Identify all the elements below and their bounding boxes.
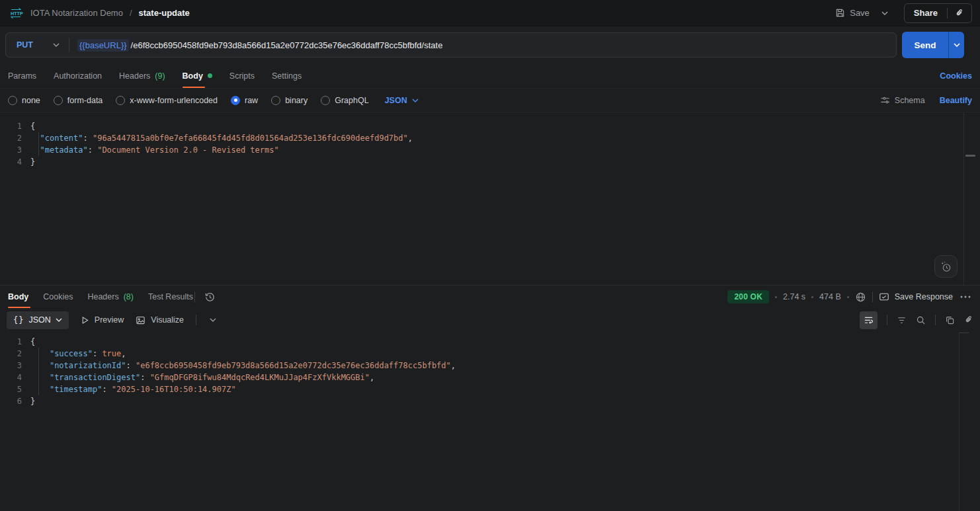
chevron-down-icon: [53, 43, 60, 47]
schema-button[interactable]: Schema: [880, 95, 925, 105]
url-variable-chip[interactable]: {{baseURL}}: [77, 39, 129, 52]
search-button[interactable]: [916, 315, 926, 325]
wrap-text-icon: [864, 315, 874, 325]
preview-button[interactable]: Preview: [81, 315, 124, 325]
raw-language-label: JSON: [385, 96, 407, 105]
body-type-binary[interactable]: binary: [271, 96, 307, 105]
postbot-button[interactable]: [934, 255, 958, 278]
request-body-code: 1{2 "content": "96a5447815a0bf0e7efa6684…: [0, 120, 980, 168]
code-line: 1{: [0, 120, 980, 132]
share-button-group: Share: [904, 3, 972, 23]
topbar-actions: Save Share: [834, 3, 972, 23]
response-tab-headers[interactable]: Headers(8): [87, 286, 134, 308]
divider: [196, 315, 196, 325]
response-format-label: JSON: [28, 315, 50, 325]
tab-label: Body: [183, 71, 203, 81]
divider: [935, 315, 936, 325]
more-options-button[interactable]: [959, 294, 972, 299]
svg-text:HTTP: HTTP: [11, 10, 23, 16]
request-tabs: Params Authorization Headers(9) Body Scr…: [8, 63, 302, 88]
save-response-button[interactable]: Save Response: [879, 292, 953, 302]
tab-label: Settings: [272, 71, 302, 81]
visualize-button[interactable]: Visualize: [136, 315, 184, 325]
radio-label: GraphQL: [335, 96, 368, 105]
history-button[interactable]: [204, 292, 216, 303]
tab-label: Headers: [87, 292, 118, 301]
response-time[interactable]: 2.74 s: [783, 292, 805, 301]
radio-label: binary: [285, 96, 307, 105]
line-number: 2: [0, 132, 30, 144]
line-number: 3: [0, 144, 30, 156]
save-button[interactable]: Save: [834, 5, 871, 20]
filter-icon: [897, 315, 907, 325]
tab-headers[interactable]: Headers(9): [119, 63, 165, 88]
response-tab-test-results[interactable]: Test Results: [148, 286, 193, 308]
tab-scripts[interactable]: Scripts: [229, 63, 255, 88]
divider: [887, 315, 887, 325]
schema-label: Schema: [895, 96, 925, 105]
url-input[interactable]: {{baseURL}} /e6f8ccb6950458fd9eb793d8a56…: [69, 39, 442, 52]
copy-link-button[interactable]: [948, 4, 971, 22]
tab-params[interactable]: Params: [8, 63, 36, 88]
share-button[interactable]: Share: [905, 8, 947, 18]
radio-icon: [116, 96, 125, 105]
breadcrumb-request-name[interactable]: state-update: [139, 8, 190, 18]
tab-label: Headers: [119, 71, 150, 81]
minimap-tick: [960, 333, 969, 333]
response-body-viewer[interactable]: 1{2 "success": true,3 "notarizationId": …: [0, 332, 980, 511]
editor-scroll-gutter: [963, 112, 964, 285]
search-icon: [916, 315, 926, 325]
breadcrumb-collection[interactable]: IOTA Notarization Demo: [30, 8, 123, 18]
cookies-link[interactable]: Cookies: [940, 63, 972, 88]
editor-scrollbar-thumb[interactable]: [965, 155, 975, 157]
copy-link-response-button[interactable]: [964, 315, 973, 325]
line-number: 4: [0, 156, 30, 168]
indent-guide: [38, 348, 39, 395]
tab-body[interactable]: Body: [183, 63, 212, 88]
raw-language-dropdown[interactable]: JSON: [385, 96, 419, 105]
body-type-urlencoded[interactable]: x-www-form-urlencoded: [116, 96, 218, 105]
method-selector[interactable]: PUT: [6, 40, 69, 50]
divider: [194, 292, 195, 302]
body-type-graphql[interactable]: GraphQL: [321, 96, 368, 105]
send-options-chevron[interactable]: [948, 32, 964, 58]
code-line: 4 "transactionDigest": "GfmqDFGP8ifwu84M…: [0, 372, 980, 383]
body-type-none[interactable]: none: [8, 96, 40, 105]
sliders-icon: [880, 95, 890, 105]
tab-settings[interactable]: Settings: [272, 63, 302, 88]
view-options-chevron[interactable]: [208, 318, 218, 322]
link-icon: [955, 9, 964, 18]
save-options-chevron[interactable]: [878, 9, 892, 18]
send-button[interactable]: Send: [902, 32, 948, 58]
response-meta: 200 OK 2.74 s 474 B: [727, 286, 972, 308]
code-line: 2 "success": true,: [0, 348, 980, 360]
beautify-button[interactable]: Beautify: [940, 96, 972, 105]
request-tabs-row: Params Authorization Headers(9) Body Scr…: [0, 63, 980, 89]
save-label: Save: [850, 8, 870, 18]
network-button[interactable]: [855, 292, 866, 303]
wrap-text-button[interactable]: [860, 311, 878, 329]
code-line: 3 "notarizationId": "e6f8ccb6950458fd9eb…: [0, 360, 980, 372]
filter-button[interactable]: [897, 315, 907, 325]
body-type-actions: Schema Beautify: [880, 95, 972, 105]
headers-count: (9): [155, 71, 165, 81]
tab-label: Test Results: [148, 292, 193, 301]
code-line: 4}: [0, 156, 980, 168]
response-tab-cookies[interactable]: Cookies: [43, 286, 73, 308]
status-badge[interactable]: 200 OK: [727, 290, 769, 303]
http-request-icon: HTTP: [8, 7, 24, 20]
body-type-raw[interactable]: raw: [231, 96, 258, 105]
visualize-label: Visualize: [151, 315, 184, 325]
body-type-form-data[interactable]: form-data: [54, 96, 103, 105]
request-url-row: PUT {{baseURL}} /e6f8ccb6950458fd9eb793d…: [0, 26, 980, 63]
copy-button[interactable]: [945, 315, 955, 325]
tab-authorization[interactable]: Authorization: [54, 63, 102, 88]
request-body-editor[interactable]: 1{2 "content": "96a5447815a0bf0e7efa6684…: [0, 112, 980, 285]
radio-icon: [8, 96, 17, 105]
response-tab-body[interactable]: Body: [8, 286, 28, 308]
tab-label: Authorization: [54, 71, 102, 81]
response-size[interactable]: 474 B: [819, 292, 841, 301]
send-button-group: Send: [902, 32, 964, 58]
response-format-dropdown[interactable]: {} JSON: [7, 311, 69, 329]
code-line: 6}: [0, 395, 980, 407]
